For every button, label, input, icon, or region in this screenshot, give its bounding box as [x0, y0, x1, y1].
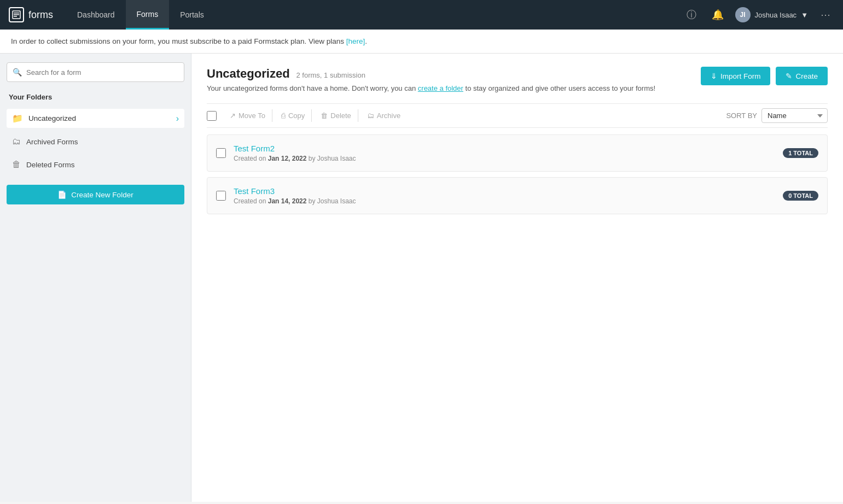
form-checkbox-1[interactable] — [216, 148, 226, 158]
sort-label: SORT BY — [726, 112, 757, 120]
create-form-button[interactable]: ✎ Create — [776, 67, 828, 85]
sort-area: SORT BY Name Date Created Date Modified — [726, 108, 828, 123]
page-description: Your uncategorized forms don't have a ho… — [207, 84, 655, 92]
chevron-right-icon: › — [176, 114, 179, 124]
sidebar-folder-deleted-label: Deleted Forms — [26, 161, 179, 169]
trash-icon: 🗑 — [12, 160, 21, 169]
logo-icon — [9, 7, 24, 22]
logo-text: forms — [28, 9, 53, 21]
search-box: 🔍 — [7, 62, 184, 82]
info-button[interactable]: ⓘ — [683, 6, 700, 24]
user-menu[interactable]: JI Joshua Isaac ▼ — [735, 7, 808, 22]
form-name-1[interactable]: Test Form2 — [234, 144, 275, 153]
import-btn-label: Import Form — [720, 72, 761, 80]
apps-button[interactable]: ⋯ — [817, 6, 834, 24]
main-content: Uncategorized 2 forms, 1 submission Your… — [191, 54, 843, 502]
import-icon: ⇓ — [711, 72, 717, 80]
search-input[interactable] — [26, 68, 178, 77]
delete-label: Delete — [330, 112, 351, 120]
banner-link[interactable]: [here] — [346, 37, 365, 45]
forms-toolbar: ↗ Move To ⎙ Copy 🗑 Delete 🗂 Archive SORT… — [207, 103, 828, 128]
create-folder-link[interactable]: create a folder — [418, 84, 463, 92]
logo[interactable]: forms — [9, 7, 53, 22]
header-actions: ⇓ Import Form ✎ Create — [701, 67, 828, 85]
delete-button[interactable]: 🗑 Delete — [314, 109, 358, 122]
svg-rect-3 — [14, 16, 17, 17]
form-date-2: Jan 14, 2022 — [268, 197, 307, 205]
nav-forms[interactable]: Forms — [126, 0, 170, 30]
create-icon: ✎ — [786, 72, 792, 80]
form-meta-2: Created on Jan 14, 2022 by Joshua Isaac — [234, 197, 775, 205]
move-to-button[interactable]: ↗ Move To — [223, 109, 272, 122]
nav-right: ⓘ 🔔 JI Joshua Isaac ▼ ⋯ — [683, 6, 834, 24]
sort-select[interactable]: Name Date Created Date Modified — [761, 108, 828, 123]
top-navigation: forms Dashboard Forms Portals ⓘ 🔔 JI Jos… — [0, 0, 843, 30]
page-subtitle: 2 forms, 1 submission — [296, 71, 365, 79]
sidebar-item-uncategorized[interactable]: 📁 Uncategorized › — [7, 109, 184, 128]
user-name: Joshua Isaac — [755, 11, 797, 19]
search-icon: 🔍 — [13, 68, 22, 77]
svg-rect-1 — [14, 13, 19, 14]
form-row: Test Form3 Created on Jan 14, 2022 by Jo… — [207, 177, 828, 214]
sidebar-item-archived[interactable]: 🗂 Archived Forms — [7, 132, 184, 151]
page-layout: 🔍 Your Folders 📁 Uncategorized › 🗂 Archi… — [0, 54, 843, 502]
form-row: Test Form2 Created on Jan 12, 2022 by Jo… — [207, 134, 828, 172]
form-name-2[interactable]: Test Form3 — [234, 186, 275, 196]
sidebar: 🔍 Your Folders 📁 Uncategorized › 🗂 Archi… — [0, 54, 191, 502]
banner-text: In order to collect submissions on your … — [11, 37, 346, 45]
archive-label: Archive — [377, 112, 400, 120]
nav-portals[interactable]: Portals — [169, 0, 215, 30]
svg-rect-2 — [14, 14, 19, 15]
sidebar-folder-uncategorized-label: Uncategorized — [28, 114, 171, 122]
user-chevron-icon: ▼ — [801, 11, 808, 19]
form-checkbox-2[interactable] — [216, 191, 226, 201]
avatar: JI — [735, 7, 751, 22]
form-author-1: Joshua Isaac — [317, 155, 356, 162]
create-folder-label: Create New Folder — [71, 191, 133, 199]
form-date-1: Jan 12, 2022 — [268, 155, 307, 162]
page-desc-text: Your uncategorized forms don't have a ho… — [207, 84, 418, 92]
page-header: Uncategorized 2 forms, 1 submission Your… — [207, 67, 828, 92]
create-folder-button[interactable]: 📄 Create New Folder — [7, 185, 184, 204]
page-title: Uncategorized — [207, 67, 290, 80]
select-all-checkbox[interactable] — [207, 111, 217, 121]
sidebar-item-deleted[interactable]: 🗑 Deleted Forms — [7, 155, 184, 174]
form-badge-2: 0 TOTAL — [783, 191, 818, 201]
move-icon: ↗ — [230, 112, 236, 120]
copy-label: Copy — [288, 112, 305, 120]
nav-links: Dashboard Forms Portals — [66, 0, 683, 30]
import-form-button[interactable]: ⇓ Import Form — [701, 67, 771, 85]
sidebar-folder-archived-label: Archived Forms — [26, 138, 179, 146]
folders-title: Your Folders — [7, 91, 184, 104]
form-meta-1: Created on Jan 12, 2022 by Joshua Isaac — [234, 155, 775, 162]
archive-button[interactable]: 🗂 Archive — [361, 109, 407, 122]
page-title-area: Uncategorized 2 forms, 1 submission Your… — [207, 67, 655, 92]
nav-dashboard[interactable]: Dashboard — [66, 0, 126, 30]
move-to-label: Move To — [239, 112, 265, 120]
page-desc-suffix: to stay organized and give other users a… — [466, 84, 656, 92]
form-row-content-1: Test Form2 Created on Jan 12, 2022 by Jo… — [234, 144, 775, 162]
subscription-banner: In order to collect submissions on your … — [0, 30, 843, 54]
archive-icon: 🗂 — [367, 112, 374, 120]
copy-icon: ⎙ — [281, 112, 286, 120]
delete-icon: 🗑 — [321, 112, 328, 120]
form-author-2: Joshua Isaac — [317, 197, 356, 205]
folder-icon-green: 📁 — [12, 113, 23, 124]
archive-icon: 🗂 — [12, 137, 21, 146]
notifications-button[interactable]: 🔔 — [709, 6, 726, 24]
form-row-content-2: Test Form3 Created on Jan 14, 2022 by Jo… — [234, 186, 775, 205]
form-badge-1: 1 TOTAL — [783, 148, 818, 158]
create-folder-icon: 📄 — [57, 190, 67, 199]
create-btn-label: Create — [795, 72, 818, 80]
copy-button[interactable]: ⎙ Copy — [275, 109, 312, 122]
